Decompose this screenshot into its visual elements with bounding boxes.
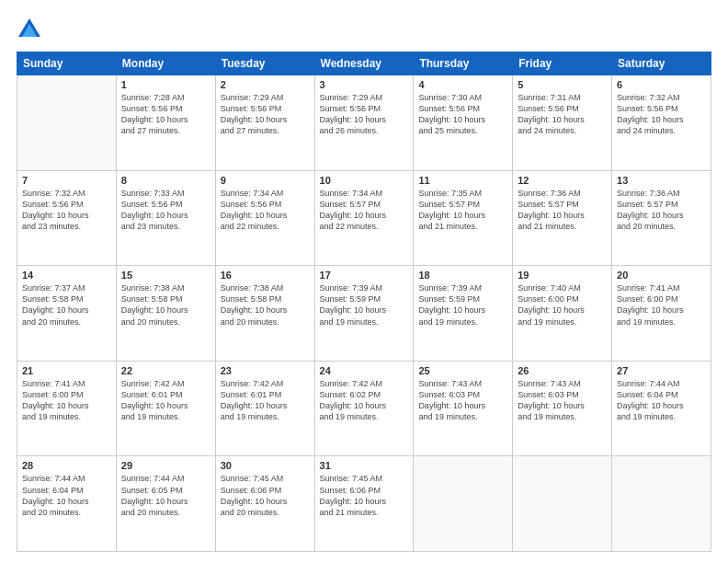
header — [17, 17, 711, 42]
day-number: 10 — [320, 175, 409, 186]
calendar-week-1: 1Sunrise: 7:28 AM Sunset: 5:56 PM Daylig… — [17, 75, 711, 171]
day-number: 16 — [221, 270, 310, 281]
day-number: 26 — [518, 365, 607, 376]
calendar-table: SundayMondayTuesdayWednesdayThursdayFrid… — [17, 52, 711, 552]
calendar-cell: 12Sunrise: 7:36 AM Sunset: 5:57 PM Dayli… — [513, 170, 612, 266]
calendar-week-2: 7Sunrise: 7:32 AM Sunset: 5:56 PM Daylig… — [17, 170, 711, 266]
weekday-header-monday: Monday — [116, 52, 215, 75]
day-number: 3 — [320, 79, 409, 90]
day-number: 9 — [221, 175, 310, 186]
calendar-cell: 4Sunrise: 7:30 AM Sunset: 5:56 PM Daylig… — [414, 75, 513, 171]
day-info: Sunrise: 7:45 AM Sunset: 6:06 PM Dayligh… — [221, 473, 310, 518]
day-number: 7 — [22, 175, 111, 186]
day-number: 21 — [22, 365, 111, 376]
calendar-cell: 11Sunrise: 7:35 AM Sunset: 5:57 PM Dayli… — [414, 170, 513, 266]
day-info: Sunrise: 7:43 AM Sunset: 6:03 PM Dayligh… — [418, 378, 507, 423]
day-number: 12 — [518, 175, 607, 186]
day-info: Sunrise: 7:32 AM Sunset: 5:56 PM Dayligh… — [22, 188, 111, 233]
calendar-cell: 7Sunrise: 7:32 AM Sunset: 5:56 PM Daylig… — [17, 170, 117, 266]
day-number: 2 — [221, 79, 310, 90]
weekday-header-thursday: Thursday — [414, 52, 513, 75]
day-info: Sunrise: 7:41 AM Sunset: 6:00 PM Dayligh… — [617, 282, 706, 327]
calendar-cell: 2Sunrise: 7:29 AM Sunset: 5:56 PM Daylig… — [215, 75, 314, 171]
day-info: Sunrise: 7:40 AM Sunset: 6:00 PM Dayligh… — [518, 282, 607, 327]
day-number: 11 — [418, 175, 507, 186]
day-info: Sunrise: 7:36 AM Sunset: 5:57 PM Dayligh… — [617, 188, 706, 233]
calendar-cell: 18Sunrise: 7:39 AM Sunset: 5:59 PM Dayli… — [414, 266, 513, 362]
weekday-header-tuesday: Tuesday — [215, 52, 314, 75]
calendar-cell: 28Sunrise: 7:44 AM Sunset: 6:04 PM Dayli… — [17, 456, 117, 552]
calendar-cell: 6Sunrise: 7:32 AM Sunset: 5:56 PM Daylig… — [612, 75, 711, 171]
calendar-cell: 5Sunrise: 7:31 AM Sunset: 5:56 PM Daylig… — [513, 75, 612, 171]
weekday-header-wednesday: Wednesday — [314, 52, 414, 75]
calendar-cell: 20Sunrise: 7:41 AM Sunset: 6:00 PM Dayli… — [612, 266, 711, 362]
calendar-cell: 17Sunrise: 7:39 AM Sunset: 5:59 PM Dayli… — [314, 266, 414, 362]
calendar-cell: 19Sunrise: 7:40 AM Sunset: 6:00 PM Dayli… — [513, 266, 612, 362]
day-info: Sunrise: 7:43 AM Sunset: 6:03 PM Dayligh… — [518, 378, 607, 423]
day-info: Sunrise: 7:30 AM Sunset: 5:56 PM Dayligh… — [418, 92, 507, 137]
day-info: Sunrise: 7:45 AM Sunset: 6:06 PM Dayligh… — [320, 473, 409, 518]
day-number: 24 — [320, 365, 409, 376]
calendar-cell: 3Sunrise: 7:29 AM Sunset: 5:56 PM Daylig… — [314, 75, 414, 171]
day-number: 15 — [121, 270, 210, 281]
day-info: Sunrise: 7:34 AM Sunset: 5:57 PM Dayligh… — [320, 188, 409, 233]
day-number: 20 — [617, 270, 706, 281]
calendar-cell: 13Sunrise: 7:36 AM Sunset: 5:57 PM Dayli… — [612, 170, 711, 266]
calendar-cell: 23Sunrise: 7:42 AM Sunset: 6:01 PM Dayli… — [215, 361, 314, 456]
page: SundayMondayTuesdayWednesdayThursdayFrid… — [0, 0, 728, 563]
day-info: Sunrise: 7:44 AM Sunset: 6:04 PM Dayligh… — [617, 378, 706, 423]
day-number: 22 — [121, 365, 210, 376]
calendar-header-row: SundayMondayTuesdayWednesdayThursdayFrid… — [17, 52, 711, 75]
calendar-cell: 10Sunrise: 7:34 AM Sunset: 5:57 PM Dayli… — [314, 170, 414, 266]
day-info: Sunrise: 7:33 AM Sunset: 5:56 PM Dayligh… — [121, 188, 210, 233]
logo-icon — [17, 17, 42, 42]
calendar-cell — [17, 75, 117, 171]
day-info: Sunrise: 7:29 AM Sunset: 5:56 PM Dayligh… — [221, 92, 310, 137]
calendar-cell: 31Sunrise: 7:45 AM Sunset: 6:06 PM Dayli… — [314, 456, 414, 552]
day-number: 29 — [121, 460, 210, 471]
day-info: Sunrise: 7:42 AM Sunset: 6:01 PM Dayligh… — [121, 378, 210, 423]
calendar-cell: 1Sunrise: 7:28 AM Sunset: 5:56 PM Daylig… — [116, 75, 215, 171]
calendar-cell: 25Sunrise: 7:43 AM Sunset: 6:03 PM Dayli… — [414, 361, 513, 456]
day-info: Sunrise: 7:38 AM Sunset: 5:58 PM Dayligh… — [121, 282, 210, 327]
calendar-week-3: 14Sunrise: 7:37 AM Sunset: 5:58 PM Dayli… — [17, 266, 711, 362]
day-info: Sunrise: 7:32 AM Sunset: 5:56 PM Dayligh… — [617, 92, 706, 137]
calendar-cell: 21Sunrise: 7:41 AM Sunset: 6:00 PM Dayli… — [17, 361, 117, 456]
calendar-cell: 16Sunrise: 7:38 AM Sunset: 5:58 PM Dayli… — [215, 266, 314, 362]
day-number: 6 — [617, 79, 706, 90]
day-number: 28 — [22, 460, 111, 471]
day-number: 31 — [320, 460, 409, 471]
day-info: Sunrise: 7:41 AM Sunset: 6:00 PM Dayligh… — [22, 378, 111, 423]
calendar-cell: 29Sunrise: 7:44 AM Sunset: 6:05 PM Dayli… — [116, 456, 215, 552]
calendar-cell — [513, 456, 612, 552]
day-info: Sunrise: 7:42 AM Sunset: 6:02 PM Dayligh… — [320, 378, 409, 423]
day-number: 27 — [617, 365, 706, 376]
calendar-cell: 15Sunrise: 7:38 AM Sunset: 5:58 PM Dayli… — [116, 266, 215, 362]
calendar-week-4: 21Sunrise: 7:41 AM Sunset: 6:00 PM Dayli… — [17, 361, 711, 456]
calendar-cell: 26Sunrise: 7:43 AM Sunset: 6:03 PM Dayli… — [513, 361, 612, 456]
day-number: 30 — [221, 460, 310, 471]
day-number: 23 — [221, 365, 310, 376]
day-number: 25 — [418, 365, 507, 376]
day-info: Sunrise: 7:31 AM Sunset: 5:56 PM Dayligh… — [518, 92, 607, 137]
calendar-cell: 14Sunrise: 7:37 AM Sunset: 5:58 PM Dayli… — [17, 266, 117, 362]
day-info: Sunrise: 7:29 AM Sunset: 5:56 PM Dayligh… — [320, 92, 409, 137]
weekday-header-friday: Friday — [513, 52, 612, 75]
day-info: Sunrise: 7:37 AM Sunset: 5:58 PM Dayligh… — [22, 282, 111, 327]
day-info: Sunrise: 7:44 AM Sunset: 6:05 PM Dayligh… — [121, 473, 210, 518]
day-info: Sunrise: 7:34 AM Sunset: 5:56 PM Dayligh… — [221, 188, 310, 233]
day-number: 8 — [121, 175, 210, 186]
day-number: 4 — [418, 79, 507, 90]
calendar-cell — [612, 456, 711, 552]
day-info: Sunrise: 7:36 AM Sunset: 5:57 PM Dayligh… — [518, 188, 607, 233]
calendar-cell: 9Sunrise: 7:34 AM Sunset: 5:56 PM Daylig… — [215, 170, 314, 266]
calendar-cell: 27Sunrise: 7:44 AM Sunset: 6:04 PM Dayli… — [612, 361, 711, 456]
day-info: Sunrise: 7:39 AM Sunset: 5:59 PM Dayligh… — [320, 282, 409, 327]
calendar-cell: 30Sunrise: 7:45 AM Sunset: 6:06 PM Dayli… — [215, 456, 314, 552]
day-number: 17 — [320, 270, 409, 281]
day-info: Sunrise: 7:35 AM Sunset: 5:57 PM Dayligh… — [418, 188, 507, 233]
day-info: Sunrise: 7:39 AM Sunset: 5:59 PM Dayligh… — [418, 282, 507, 327]
calendar-cell: 8Sunrise: 7:33 AM Sunset: 5:56 PM Daylig… — [116, 170, 215, 266]
calendar-week-5: 28Sunrise: 7:44 AM Sunset: 6:04 PM Dayli… — [17, 456, 711, 552]
day-info: Sunrise: 7:44 AM Sunset: 6:04 PM Dayligh… — [22, 473, 111, 518]
